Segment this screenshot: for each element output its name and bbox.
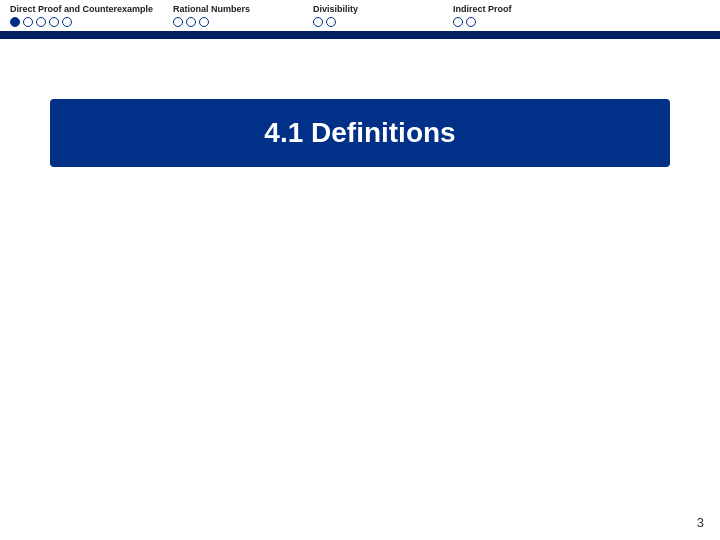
dot-4-2 <box>466 17 476 27</box>
section-banner: 4.1 Definitions <box>50 99 670 167</box>
dot-3-1 <box>313 17 323 27</box>
dot-1-1 <box>10 17 20 27</box>
nav-section-direct-proof: Direct Proof and Counterexample <box>10 4 153 27</box>
main-content: 4.1 Definitions <box>0 39 720 197</box>
nav-dots-3 <box>313 17 433 27</box>
nav-section-title-4: Indirect Proof <box>453 4 573 14</box>
nav-section-indirect-proof: Indirect Proof <box>453 4 573 27</box>
dot-4-1 <box>453 17 463 27</box>
top-nav: Direct Proof and Counterexample Rational… <box>0 0 720 27</box>
page-number: 3 <box>697 515 704 530</box>
dot-1-4 <box>49 17 59 27</box>
nav-dots-4 <box>453 17 573 27</box>
nav-section-title-2: Rational Numbers <box>173 4 293 14</box>
nav-section-divisibility: Divisibility <box>313 4 433 27</box>
nav-dots-1 <box>10 17 153 27</box>
dot-1-3 <box>36 17 46 27</box>
nav-dots-2 <box>173 17 293 27</box>
dot-2-1 <box>173 17 183 27</box>
nav-section-title-3: Divisibility <box>313 4 433 14</box>
divider-bar <box>0 31 720 39</box>
nav-section-rational-numbers: Rational Numbers <box>173 4 293 27</box>
dot-3-2 <box>326 17 336 27</box>
nav-section-title-1: Direct Proof and Counterexample <box>10 4 153 14</box>
dot-2-2 <box>186 17 196 27</box>
dot-2-3 <box>199 17 209 27</box>
dot-1-2 <box>23 17 33 27</box>
dot-1-5 <box>62 17 72 27</box>
